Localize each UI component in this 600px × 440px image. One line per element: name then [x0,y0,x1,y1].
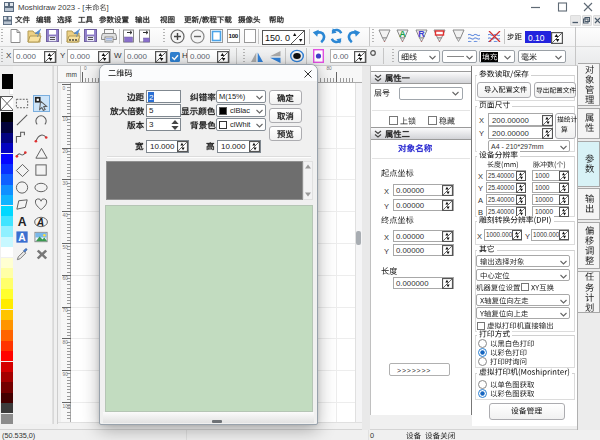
svg-text:A: A [18,233,26,244]
svg-text:R: R [418,29,425,39]
svg-text:A: A [18,215,27,229]
svg-text:A: A [399,29,406,39]
